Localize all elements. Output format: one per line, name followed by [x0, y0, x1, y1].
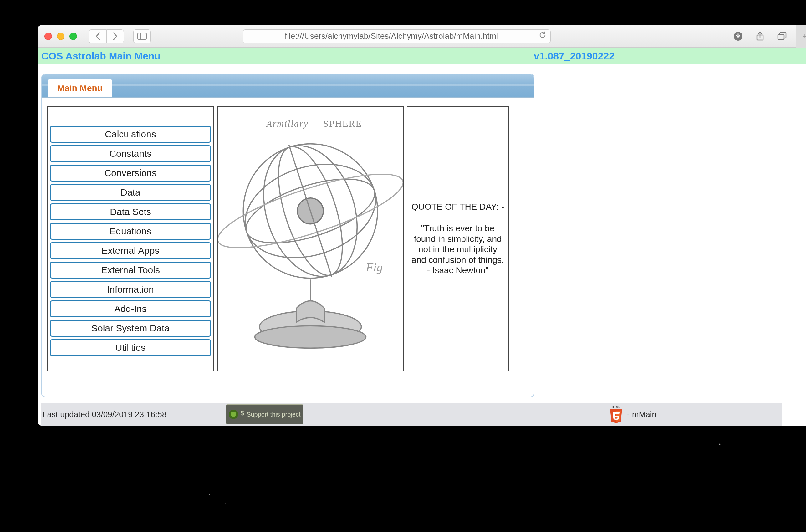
window-close-button[interactable] — [44, 33, 52, 40]
panel-tabbar: Main Menu — [42, 75, 534, 98]
address-url: file:///Users/alchymylab/Sites/Alchymy/A… — [285, 31, 498, 41]
svg-point-14 — [255, 326, 366, 348]
menu-add-ins[interactable]: Add-Ins — [50, 300, 211, 317]
menu-information[interactable]: Information — [50, 281, 211, 298]
page-header: COS Astrolab Main Menu v1.087_20190222 — [38, 48, 806, 64]
address-bar-wrap: file:///Users/alchymylab/Sites/Alchymy/A… — [243, 30, 551, 43]
tab-label: Main Menu — [57, 83, 103, 93]
toolbar-right: + — [730, 30, 806, 43]
back-button[interactable] — [89, 30, 107, 43]
menu-conversions[interactable]: Conversions — [50, 165, 211, 182]
menu-equations[interactable]: Equations — [50, 223, 211, 240]
quote-body: "Truth is ever to be found in simplicity… — [410, 223, 506, 276]
footer-right: HTML - mMain — [608, 405, 656, 424]
menu-solar-system-data[interactable]: Solar System Data — [50, 320, 211, 337]
share-icon — [756, 31, 764, 41]
gear-icon — [229, 410, 238, 419]
window-minimize-button[interactable] — [57, 33, 64, 40]
menu-data[interactable]: Data — [50, 184, 211, 201]
page: COS Astrolab Main Menu v1.087_20190222 M… — [38, 48, 806, 425]
quote-title: QUOTE OF THE DAY: - — [411, 202, 504, 212]
html5-icon: HTML — [608, 405, 624, 424]
menu-external-tools[interactable]: External Tools — [50, 262, 211, 279]
menu-external-apps[interactable]: External Apps — [50, 242, 211, 259]
content-area: COS Astrolab Main Menu v1.087_20190222 M… — [38, 48, 806, 425]
svg-rect-0 — [138, 33, 147, 39]
traffic-lights — [44, 33, 77, 40]
armillary-sphere-icon: Fig — [218, 107, 403, 370]
menu-calculations[interactable]: Calculations — [50, 126, 211, 143]
page-version: v1.087_20190222 — [534, 50, 615, 62]
menu-utilities[interactable]: Utilities — [50, 339, 211, 356]
last-updated: Last updated 03/09/2019 23:16:58 — [42, 410, 167, 419]
plus-icon: + — [802, 31, 806, 42]
tab-main-menu[interactable]: Main Menu — [47, 79, 112, 97]
sidebar-toggle-button[interactable] — [133, 30, 151, 43]
downloads-button[interactable] — [730, 30, 746, 43]
new-tab-button[interactable]: + — [796, 25, 806, 48]
window-zoom-button[interactable] — [70, 33, 77, 40]
footer-bar: Last updated 03/09/2019 23:16:58 $ Suppo… — [41, 403, 782, 425]
menu-data-sets[interactable]: Data Sets — [50, 204, 211, 220]
page-title: COS Astrolab Main Menu — [41, 50, 160, 62]
panel-body: Calculations Constants Conversions Data … — [42, 98, 534, 380]
chevron-left-icon — [95, 32, 101, 40]
tabs-button[interactable] — [774, 30, 790, 43]
svg-text:HTML: HTML — [612, 405, 620, 409]
tabs-icon — [777, 32, 787, 41]
forward-button[interactable] — [107, 30, 124, 43]
reload-icon — [538, 31, 546, 39]
menu-constants[interactable]: Constants — [50, 145, 211, 162]
chevron-right-icon — [112, 32, 118, 40]
support-project-button[interactable]: $ Support this project — [226, 404, 303, 424]
reload-button[interactable] — [538, 31, 546, 41]
download-icon — [733, 31, 743, 41]
svg-rect-4 — [778, 34, 784, 39]
main-panel: Main Menu Calculations Constants Convers… — [41, 74, 534, 397]
footer-page-name: - mMain — [627, 410, 656, 419]
share-button[interactable] — [752, 30, 768, 43]
quote-cell: QUOTE OF THE DAY: - "Truth is ever to be… — [407, 107, 509, 371]
image-fig-label: Fig — [366, 261, 383, 274]
browser-titlebar: file:///Users/alchymylab/Sites/Alchymy/A… — [38, 25, 806, 48]
nav-group — [89, 30, 124, 43]
sidebar-icon — [137, 33, 147, 40]
menu-cell: Calculations Constants Conversions Data … — [47, 107, 214, 371]
browser-window: file:///Users/alchymylab/Sites/Alchymy/A… — [38, 25, 806, 425]
support-label: Support this project — [247, 411, 300, 418]
address-bar[interactable]: file:///Users/alchymylab/Sites/Alchymy/A… — [243, 30, 551, 43]
image-cell: Armillary SPHERE — [217, 107, 404, 371]
